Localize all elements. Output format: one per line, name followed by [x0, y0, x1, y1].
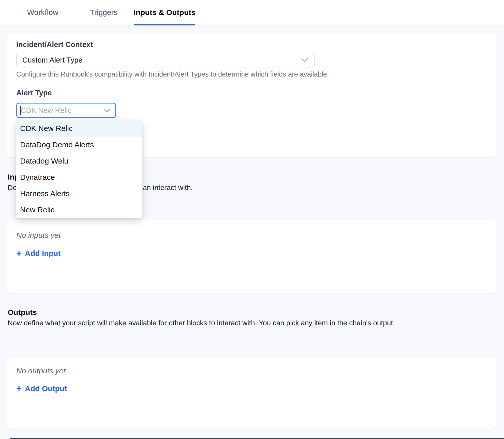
alert-type-placeholder: CDK New Relic — [21, 106, 103, 115]
tab-triggers[interactable]: Triggers — [91, 0, 117, 25]
add-output-label: Add Output — [25, 384, 67, 393]
incident-alert-context-label: Incident/Alert Context — [16, 40, 93, 49]
dropdown-option-harness-alerts[interactable]: Harness Alerts — [16, 185, 142, 202]
active-tab-indicator — [134, 24, 195, 25]
dropdown-option-dynatrace[interactable]: Dynatrace — [16, 169, 142, 185]
outputs-description: Now define what your script will make av… — [8, 319, 395, 327]
no-outputs-message: No outputs yet — [16, 367, 65, 375]
bottom-panel-edge — [10, 438, 504, 439]
add-output-button[interactable]: + Add Output — [16, 384, 67, 393]
tab-inputs-outputs[interactable]: Inputs & Outputs — [134, 0, 195, 25]
inputs-description-fragment-right: an interact with. — [143, 184, 193, 192]
dropdown-option-datadog-welu[interactable]: Datadog Welu — [16, 153, 142, 169]
alert-type-combobox[interactable]: CDK New Relic — [16, 103, 116, 118]
tab-bar: Workflow Triggers Inputs & Outputs — [0, 0, 504, 25]
runbook-inputs-outputs-page: Workflow Triggers Inputs & Outputs Incid… — [0, 0, 504, 439]
tab-workflow[interactable]: Workflow — [28, 0, 57, 25]
outputs-section-title: Outputs — [8, 308, 37, 317]
inputs-description-fragment-left: De — [8, 184, 17, 192]
plus-icon: + — [16, 250, 22, 257]
dropdown-option-new-relic[interactable]: New Relic — [16, 202, 142, 218]
incident-context-selected-value: Custom Alert Type — [22, 56, 301, 64]
alert-type-label: Alert Type — [16, 89, 52, 97]
chevron-down-icon — [103, 108, 111, 113]
add-input-button[interactable]: + Add Input — [16, 249, 61, 258]
inputs-card: No inputs yet + Add Input — [7, 220, 496, 293]
plus-icon: + — [16, 385, 22, 392]
no-inputs-message: No inputs yet — [16, 231, 61, 240]
add-input-label: Add Input — [25, 249, 61, 258]
outputs-card: No outputs yet + Add Output — [7, 357, 496, 429]
alert-type-dropdown: CDK New Relic DataDog Demo Alerts Datado… — [16, 120, 142, 218]
chevron-down-icon — [301, 57, 308, 63]
incident-context-select[interactable]: Custom Alert Type — [16, 53, 315, 67]
context-help-text: Configure this Runbook's compatibility w… — [16, 70, 329, 78]
dropdown-option-datadog-demo-alerts[interactable]: DataDog Demo Alerts — [16, 137, 142, 153]
dropdown-option-cdk-new-relic[interactable]: CDK New Relic — [16, 120, 142, 137]
